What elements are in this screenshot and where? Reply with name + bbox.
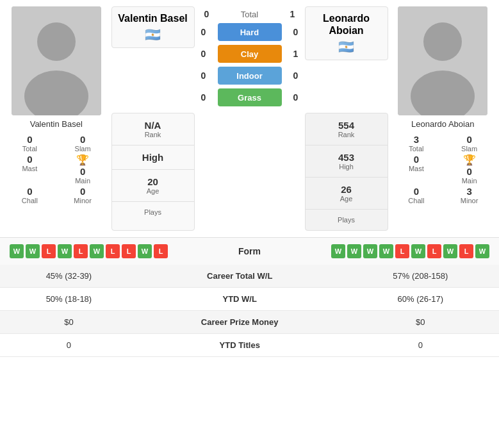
left-mast-label: Mast (22, 165, 37, 172)
left-main-label: Main (75, 177, 90, 185)
right-indoor-score: 0 (290, 71, 302, 81)
middle-spacer (197, 113, 302, 231)
court-indoor-row: 0 Indoor 0 (197, 67, 302, 85)
left-slam-label: Slam (75, 145, 91, 153)
right-minor-value: 3 (466, 186, 471, 197)
stat-right-2: $0 (342, 311, 499, 334)
right-grass-score: 0 (290, 92, 302, 103)
left-flag: 🇦🇷 (115, 27, 192, 42)
form-badge-w: W (475, 244, 489, 258)
indoor-badge: Indoor (218, 67, 282, 85)
right-name-box: Leonardo Aboian 🇦🇷 (305, 6, 388, 60)
right-mast-stat: 0 Mast (393, 154, 440, 185)
right-age-value: 26 (308, 184, 385, 195)
left-rank-value: N/A (115, 120, 192, 131)
right-rank-block: 554 Rank (306, 113, 388, 145)
right-chall-value: 0 (414, 186, 419, 197)
stats-table: 45% (32-39)Career Total W/L57% (208-158)… (0, 265, 499, 357)
right-plays-label: Plays (308, 216, 385, 224)
stat-label-3: YTD Titles (138, 334, 342, 357)
right-player-big-name: Leonardo Aboian (308, 12, 385, 37)
svg-point-1 (37, 22, 76, 61)
right-clay-score: 1 (290, 49, 302, 59)
stat-label-2: Career Prize Money (138, 311, 342, 334)
form-badge-w: W (363, 244, 377, 258)
form-badge-l: L (395, 244, 409, 258)
left-chall-label: Chall (22, 197, 38, 204)
form-badge-w: W (411, 244, 425, 258)
right-main-value: 0 (466, 166, 471, 177)
left-player-card: Valentin Basel 0 Total 0 Slam 0 Mast 🏆 0 (6, 6, 106, 231)
stat-left-3: 0 (0, 334, 138, 357)
form-badge-w: W (90, 244, 104, 258)
left-total-court: 0 (200, 9, 213, 19)
right-slam-stat: 0 Slam (446, 134, 493, 153)
right-rank-value: 554 (308, 120, 385, 131)
right-main-label: Main (462, 177, 477, 185)
right-flag: 🇦🇷 (308, 39, 385, 54)
form-badge-l: L (106, 244, 120, 258)
grass-badge: Grass (218, 88, 282, 106)
right-player-stats: 3 Total 0 Slam 0 Mast 🏆 0 Main 0 (393, 134, 493, 204)
total-row: 0 Total 1 (197, 9, 302, 19)
stats-row-2: $0Career Prize Money$0 (0, 311, 499, 334)
left-form-badges: WWLWLWLLWL (10, 244, 168, 258)
right-form-badges: WWWWLWLWLW (331, 244, 489, 258)
left-player-stats: 0 Total 0 Slam 0 Mast 🏆 0 Main 0 (6, 134, 106, 204)
left-player-avatar (12, 6, 101, 115)
left-chall-value: 0 (27, 186, 32, 197)
clay-badge: Clay (218, 45, 282, 63)
left-minor-label: Minor (74, 197, 92, 204)
stat-right-0: 57% (208-158) (342, 265, 499, 288)
right-total-court: 1 (286, 9, 299, 19)
stat-right-1: 60% (26-17) (342, 288, 499, 311)
right-total-stat: 3 Total (393, 134, 440, 153)
court-grass-row: 0 Grass 0 (197, 88, 302, 106)
left-plays-label: Plays (115, 208, 192, 216)
right-high-label: High (308, 163, 385, 170)
right-total-value: 3 (414, 134, 419, 145)
left-chall-stat: 0 Chall (6, 186, 53, 204)
right-age-label: Age (308, 195, 385, 203)
names-row: Valentin Basel 🇦🇷 0 Total 1 0 Hard (111, 6, 388, 109)
left-high-value: High (115, 152, 192, 163)
form-label: Form (238, 246, 261, 256)
left-name-box: Valentin Basel 🇦🇷 (111, 6, 195, 48)
form-badge-l: L (154, 244, 168, 258)
left-player-big-name: Valentin Basel (115, 12, 192, 24)
hard-badge: Hard (218, 23, 282, 41)
left-minor-value: 0 (80, 186, 85, 197)
form-badge-w: W (443, 244, 457, 258)
form-badge-l: L (459, 244, 473, 258)
left-total-value: 0 (27, 134, 32, 145)
stat-label-0: Career Total W/L (138, 265, 342, 288)
left-hard-score: 0 (197, 27, 210, 37)
form-badge-w: W (58, 244, 72, 258)
left-high-block: High (112, 145, 194, 170)
left-player-name: Valentin Basel (30, 119, 83, 129)
right-center-stats: 554 Rank 453 High 26 Age Plays (305, 113, 388, 231)
svg-point-4 (423, 22, 462, 61)
form-badge-w: W (347, 244, 361, 258)
total-label: Total (221, 10, 279, 19)
stats-row-1: 50% (18-18)YTD W/L60% (26-17) (0, 288, 499, 311)
form-badge-l: L (42, 244, 56, 258)
right-rank-label: Rank (308, 131, 385, 138)
right-trophy-stat: 🏆 0 Main (446, 154, 493, 185)
court-clay-row: 0 Clay 1 (197, 45, 302, 63)
left-total-label: Total (22, 145, 37, 153)
left-age-value: 20 (115, 176, 192, 187)
stat-left-1: 50% (18-18) (0, 288, 138, 311)
form-section: WWLWLWLLWL Form WWWWLWLWLW (0, 237, 499, 265)
left-mast-stat: 0 Mast (6, 154, 53, 185)
left-total-stat: 0 Total (6, 134, 53, 153)
bottom-stat-boxes: N/A Rank High 20 Age Plays (111, 113, 388, 231)
right-trophy-icon: 🏆 (463, 154, 476, 166)
left-minor-stat: 0 Minor (60, 186, 106, 204)
form-badge-w: W (331, 244, 345, 258)
right-player-name: Leonardo Aboian (411, 119, 474, 129)
form-badge-l: L (427, 244, 441, 258)
right-mast-value: 0 (414, 154, 419, 165)
right-player-card: Leonardo Aboian 3 Total 0 Slam 0 Mast 🏆 … (393, 6, 493, 231)
left-rank-block: N/A Rank (112, 113, 194, 145)
